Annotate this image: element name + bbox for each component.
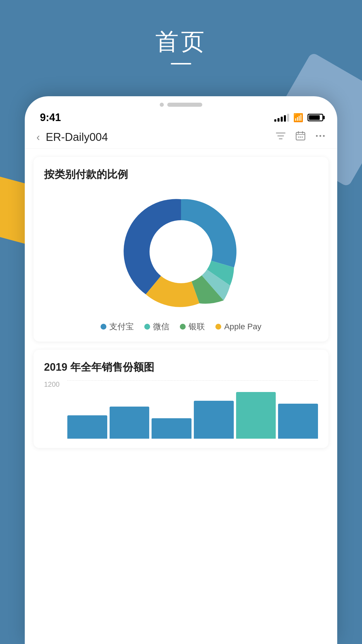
sales-chart-area: 1200 bbox=[44, 380, 318, 439]
svg-point-2 bbox=[300, 136, 301, 138]
legend-label-applepay: Apple Pay bbox=[224, 322, 261, 331]
bar-1 bbox=[67, 415, 107, 439]
bar-2 bbox=[110, 407, 150, 439]
chart-y-label: 1200 bbox=[44, 380, 59, 388]
bar-4 bbox=[194, 401, 234, 439]
phone-camera bbox=[160, 103, 164, 107]
bar-5 bbox=[236, 392, 276, 439]
sales-chart-title: 2019 年全年销售份额图 bbox=[44, 360, 318, 374]
donut-chart-svg bbox=[120, 190, 242, 313]
donut-chart-title: 按类别付款的比例 bbox=[44, 167, 318, 182]
svg-point-3 bbox=[302, 136, 303, 138]
svg-point-4 bbox=[316, 135, 318, 137]
sales-chart-card: 2019 年全年销售份额图 1200 bbox=[34, 350, 328, 448]
svg-rect-0 bbox=[296, 132, 305, 140]
donut-chart-container bbox=[44, 190, 318, 313]
legend-dot-weixin bbox=[144, 324, 150, 330]
title-underline bbox=[171, 63, 191, 64]
nav-icons bbox=[275, 131, 326, 144]
bar-6 bbox=[278, 404, 318, 439]
more-icon[interactable] bbox=[315, 131, 326, 144]
nav-title: ER-Daily004 bbox=[46, 131, 275, 144]
page-title: 首页 bbox=[0, 26, 362, 58]
wifi-icon: 📶 bbox=[293, 113, 303, 123]
phone-speaker bbox=[167, 103, 202, 107]
donut-hole bbox=[150, 220, 212, 283]
svg-point-1 bbox=[298, 136, 299, 138]
phone-top-bar bbox=[25, 96, 337, 109]
signal-icon bbox=[274, 113, 289, 122]
chart-bars bbox=[67, 380, 318, 439]
page-title-area: 首页 bbox=[0, 26, 362, 64]
legend-item-weixin: 微信 bbox=[144, 321, 169, 332]
legend-dot-yinlian bbox=[180, 324, 186, 330]
nav-bar: ‹ ER-Daily004 bbox=[25, 126, 337, 149]
donut-chart-card: 按类别付款的比例 bbox=[34, 157, 328, 342]
battery-icon bbox=[307, 114, 323, 121]
legend-item-zhifubao: 支付宝 bbox=[101, 321, 134, 332]
bar-3 bbox=[152, 418, 191, 439]
legend-item-yinlian: 银联 bbox=[180, 321, 205, 332]
status-time: 9:41 bbox=[40, 111, 61, 124]
legend-dot-applepay bbox=[215, 324, 221, 330]
svg-point-6 bbox=[323, 135, 325, 137]
status-icons: 📶 bbox=[274, 113, 323, 123]
svg-point-5 bbox=[319, 135, 321, 137]
back-button[interactable]: ‹ bbox=[36, 131, 40, 144]
legend-dot-zhifubao bbox=[101, 324, 106, 330]
legend-item-applepay: Apple Pay bbox=[215, 321, 261, 332]
phone-mockup: 9:41 📶 ‹ ER-Daily004 bbox=[25, 96, 337, 644]
status-bar: 9:41 📶 bbox=[25, 109, 337, 126]
content-area[interactable]: 按类别付款的比例 bbox=[25, 149, 337, 638]
chart-legend: 支付宝 微信 银联 Apple Pay bbox=[44, 321, 318, 332]
legend-label-zhifubao: 支付宝 bbox=[109, 321, 134, 332]
legend-label-yinlian: 银联 bbox=[189, 321, 205, 332]
legend-label-weixin: 微信 bbox=[153, 321, 169, 332]
filter-icon[interactable] bbox=[275, 131, 286, 144]
calendar-icon[interactable] bbox=[295, 131, 306, 144]
